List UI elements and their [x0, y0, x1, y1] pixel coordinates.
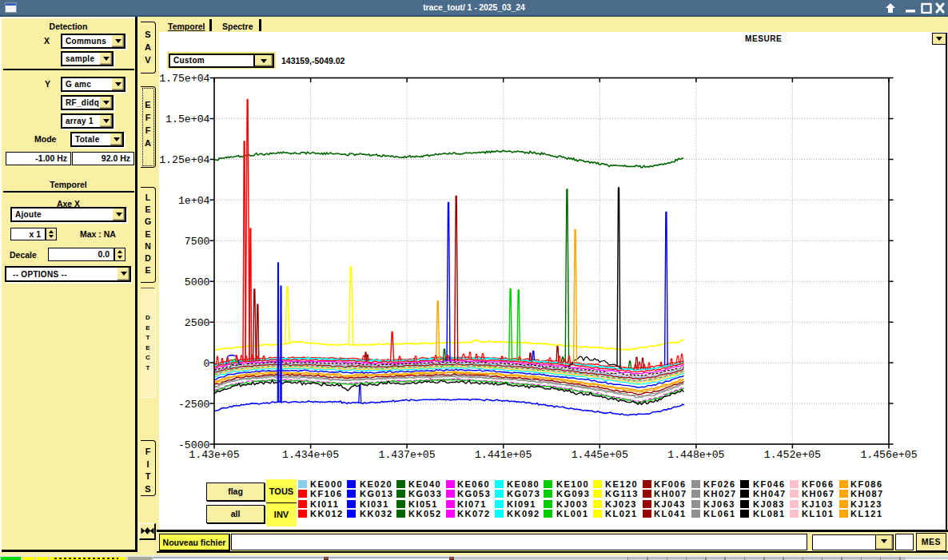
svg-text:5000: 5000	[185, 276, 210, 288]
svg-text:0: 0	[204, 358, 210, 370]
svg-text:-2500: -2500	[178, 399, 210, 411]
svg-text:1e+04: 1e+04	[178, 195, 210, 207]
svg-text:1.452e+05: 1.452e+05	[764, 449, 821, 461]
svg-text:1.434e+05: 1.434e+05	[282, 449, 339, 461]
svg-text:1.445e+05: 1.445e+05	[572, 449, 628, 461]
svg-text:7500: 7500	[185, 236, 210, 248]
svg-text:1.25e+04: 1.25e+04	[159, 154, 209, 166]
svg-text:1.448e+05: 1.448e+05	[667, 449, 724, 461]
svg-text:1.5e+04: 1.5e+04	[165, 113, 209, 125]
svg-text:1.43e+05: 1.43e+05	[189, 449, 239, 461]
svg-text:2500: 2500	[185, 317, 210, 329]
svg-text:1.437e+05: 1.437e+05	[378, 449, 435, 461]
svg-text:1.441e+05: 1.441e+05	[475, 449, 532, 461]
svg-text:1.75e+04: 1.75e+04	[159, 73, 209, 85]
svg-text:1.456e+05: 1.456e+05	[860, 449, 917, 461]
